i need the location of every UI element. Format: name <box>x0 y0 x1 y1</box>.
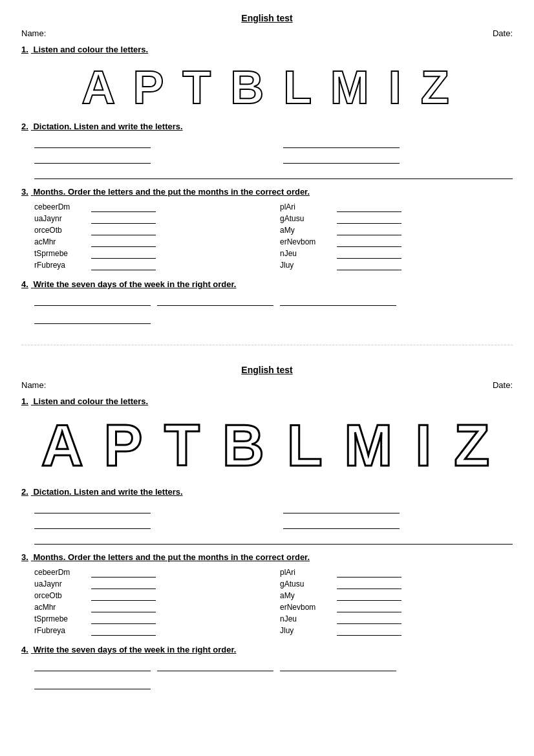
question-1-1: 1. Listen and colour the letters. A P T … <box>21 45 513 114</box>
month-row: rFubreya <box>34 625 267 636</box>
q2-title-2: 2. Dictation. Listen and write the lette… <box>21 487 513 497</box>
q2-title-1: 2. Dictation. Listen and write the lette… <box>21 122 513 131</box>
q2-number-1: 2. <box>21 122 28 131</box>
q4-title-2: 4. Write the seven days of the week in t… <box>21 645 513 654</box>
month-row: orceOtb <box>34 590 267 601</box>
month-row: orceOtb <box>34 225 267 235</box>
months-section-1: cebeerDm uaJaynr orceOtb acMhr tSprmebe … <box>34 202 513 272</box>
month-row: cebeerDm <box>34 202 267 212</box>
question-1-2: 1. Listen and colour the letters. A P T … <box>21 396 513 479</box>
month-row: gAtusu <box>280 579 513 589</box>
test-section-1: English test Name: Date: 1. Listen and c… <box>21 13 513 345</box>
month-row: plAri <box>280 567 513 578</box>
q1-number-1: 1. <box>21 45 28 54</box>
question-4-2: 4. Write the seven days of the week in t… <box>21 645 513 689</box>
dictation-blank <box>34 533 513 545</box>
q3-number-2: 3. <box>21 552 28 562</box>
page-title-2: English test <box>21 365 513 375</box>
q4-number-2: 4. <box>21 645 28 654</box>
answer-line <box>34 678 151 689</box>
months-right-1: plAri gAtusu aMy erNevbom nJeu Jluy <box>280 202 513 272</box>
months-right-2: plAri gAtusu aMy erNevbom nJeu Jluy <box>280 567 513 637</box>
page-title-1: English test <box>21 13 513 23</box>
months-grid-2: cebeerDm uaJaynr orceOtb acMhr tSprmebe … <box>34 567 513 637</box>
name-date-row-1: Name: Date: <box>21 28 513 38</box>
page: English test Name: Date: 1. Listen and c… <box>15 0 519 742</box>
q4-title-1: 4. Write the seven days of the week in t… <box>21 279 513 289</box>
q3-title-2: 3. Months. Order the letters and the put… <box>21 552 513 562</box>
dictation-blank <box>34 152 151 164</box>
dictation-lines-2 <box>34 502 513 545</box>
month-row: rFubreya <box>34 260 267 270</box>
answer-line <box>34 660 151 671</box>
month-row: uaJaynr <box>34 579 267 589</box>
month-row: uaJaynr <box>34 213 267 224</box>
q2-number-2: 2. <box>21 487 28 497</box>
dictation-blank <box>283 136 400 148</box>
dictation-blank <box>34 136 151 148</box>
dictation-blank <box>283 502 400 513</box>
q3-title-1: 3. Months. Order the letters and the put… <box>21 187 513 197</box>
q4-number-1: 4. <box>21 279 28 289</box>
question-3-2: 3. Months. Order the letters and the put… <box>21 552 513 637</box>
date-label-2: Date: <box>493 380 513 390</box>
dictation-blank <box>34 502 151 513</box>
month-row: Jluy <box>280 260 513 270</box>
month-row: erNevbom <box>280 237 513 247</box>
big-letters-1: A P T B L M I Z <box>21 61 513 114</box>
dictation-blank <box>34 517 151 529</box>
dictation-blank <box>283 152 400 164</box>
answer-line <box>34 312 151 324</box>
month-row: nJeu <box>280 614 513 624</box>
month-row: aMy <box>280 225 513 235</box>
month-row: nJeu <box>280 248 513 259</box>
month-row: gAtusu <box>280 213 513 224</box>
month-row: acMhr <box>34 237 267 247</box>
month-row: cebeerDm <box>34 567 267 578</box>
dictation-blank <box>283 517 400 529</box>
q1-number-2: 1. <box>21 396 28 406</box>
month-row: Jluy <box>280 625 513 636</box>
big-letters-2: A P T B L M I Z <box>21 413 513 479</box>
answer-lines-2 <box>34 660 513 689</box>
answer-line <box>157 294 273 306</box>
question-3-1: 3. Months. Order the letters and the put… <box>21 187 513 272</box>
name-date-row-2: Name: Date: <box>21 380 513 390</box>
q1-title-1: 1. Listen and colour the letters. <box>21 45 513 54</box>
q1-title-2: 1. Listen and colour the letters. <box>21 396 513 406</box>
month-row: plAri <box>280 202 513 212</box>
week-answer-1 <box>34 294 513 324</box>
name-label-2: Name: <box>21 380 46 390</box>
week-answer-2 <box>34 660 513 689</box>
months-left-1: cebeerDm uaJaynr orceOtb acMhr tSprmebe … <box>34 202 267 272</box>
question-2-1: 2. Dictation. Listen and write the lette… <box>21 122 513 179</box>
answer-line <box>157 660 273 671</box>
question-2-2: 2. Dictation. Listen and write the lette… <box>21 487 513 545</box>
month-row: erNevbom <box>280 602 513 612</box>
month-row: acMhr <box>34 602 267 612</box>
dictation-lines-1 <box>34 136 513 179</box>
test-section-2: English test Name: Date: 1. Listen and c… <box>21 365 513 710</box>
months-grid-1: cebeerDm uaJaynr orceOtb acMhr tSprmebe … <box>34 202 513 272</box>
answer-lines-1 <box>34 294 513 324</box>
answer-line <box>34 294 151 306</box>
date-label-1: Date: <box>493 28 513 38</box>
q3-number-1: 3. <box>21 187 28 197</box>
question-4-1: 4. Write the seven days of the week in t… <box>21 279 513 324</box>
months-section-2: cebeerDm uaJaynr orceOtb acMhr tSprmebe … <box>34 567 513 637</box>
name-label-1: Name: <box>21 28 46 38</box>
month-row: tSprmebe <box>34 248 267 259</box>
month-row: aMy <box>280 590 513 601</box>
answer-line <box>280 294 396 306</box>
dictation-blank <box>34 167 513 179</box>
month-row: tSprmebe <box>34 614 267 624</box>
answer-line <box>280 660 396 671</box>
months-left-2: cebeerDm uaJaynr orceOtb acMhr tSprmebe … <box>34 567 267 637</box>
